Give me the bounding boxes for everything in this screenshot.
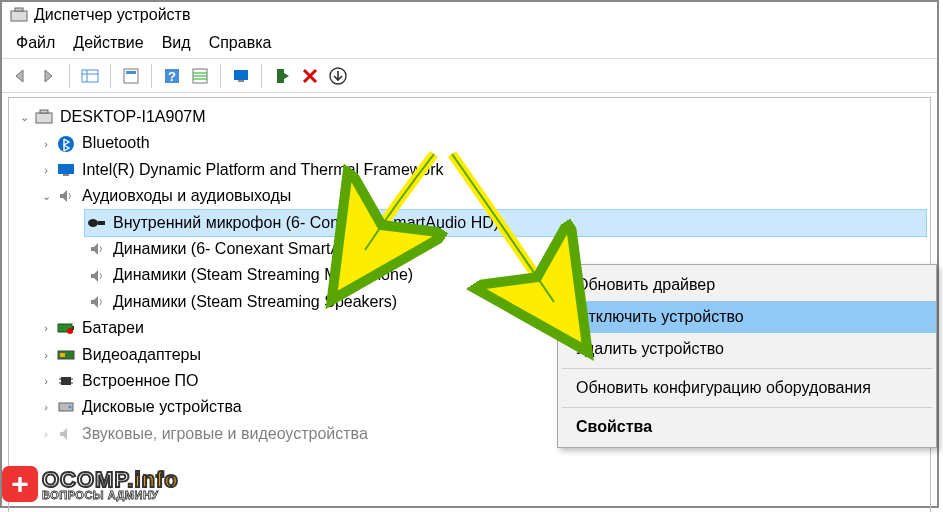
tree-item-label: Дисковые устройства (82, 394, 242, 420)
down-arrow-button[interactable] (325, 63, 351, 89)
cm-item-label: Свойства (576, 418, 652, 435)
help-button[interactable]: ? (159, 63, 185, 89)
tree-item-label: Динамики (Steam Streaming Speakers) (113, 289, 397, 315)
svg-rect-21 (63, 174, 69, 176)
toolbar-sep (220, 64, 221, 88)
svg-rect-1 (15, 8, 23, 11)
svg-rect-13 (234, 70, 248, 80)
toolbar: ? (2, 59, 937, 93)
menubar: Файл Действие Вид Справка (2, 28, 937, 59)
tree-item-internal-mic[interactable]: Внутренний микрофон (6- Conexant SmartAu… (85, 210, 926, 236)
expand-icon[interactable]: › (39, 348, 53, 362)
expand-icon[interactable]: › (39, 427, 53, 441)
svg-text:?: ? (168, 69, 176, 84)
svg-rect-14 (238, 80, 244, 82)
properties-button[interactable] (118, 63, 144, 89)
tree-item-label: Звуковые, игровые и видеоустройства (82, 421, 368, 447)
svg-rect-29 (61, 377, 71, 385)
tree-item-speakers-conexant[interactable]: Динамики (6- Conexant SmartAudio HD) (85, 236, 926, 262)
expand-icon[interactable]: › (39, 137, 53, 151)
bluetooth-icon (56, 135, 76, 153)
speaker-icon (87, 240, 107, 258)
tree-item-label: Внутренний микрофон (6- Conexant SmartAu… (113, 210, 499, 236)
svg-rect-2 (82, 70, 98, 82)
expand-icon[interactable]: › (39, 163, 53, 177)
disk-icon (56, 398, 76, 416)
cm-properties[interactable]: Свойства (558, 411, 936, 443)
svg-rect-20 (58, 164, 74, 174)
tree-item-label: Динамики (6- Conexant SmartAudio HD) (113, 236, 404, 262)
toolbar-sep (69, 64, 70, 88)
svg-rect-0 (11, 11, 27, 21)
forward-button[interactable] (36, 63, 62, 89)
tree-item-label: Аудиовходы и аудиовыходы (82, 183, 291, 209)
speaker-icon (87, 293, 107, 311)
disable-device-button[interactable] (269, 63, 295, 89)
cm-item-label: Удалить устройство (576, 340, 724, 357)
svg-rect-6 (126, 71, 136, 74)
context-menu-separator (562, 407, 932, 408)
svg-point-26 (67, 328, 73, 334)
battery-icon (56, 319, 76, 337)
tree-item-label: Intel(R) Dynamic Platform and Thermal Fr… (82, 157, 444, 183)
expand-icon[interactable]: › (39, 374, 53, 388)
toolbar-sep (261, 64, 262, 88)
monitor-icon (56, 161, 76, 179)
tree-item-label: Видеоадаптеры (82, 342, 201, 368)
site-watermark: + OCOMP.info ВОПРОСЫ АДМИНУ (2, 466, 179, 502)
menu-view[interactable]: Вид (162, 34, 191, 52)
svg-rect-18 (40, 110, 48, 113)
sound-icon (56, 425, 76, 443)
toolbar-sep (110, 64, 111, 88)
cm-item-label: Обновить конфигурацию оборудования (576, 379, 871, 396)
expand-icon[interactable]: › (39, 321, 53, 335)
computer-icon (34, 108, 54, 126)
app-icon (10, 7, 28, 23)
cm-item-label: Обновить драйвер (576, 276, 715, 293)
plus-icon: + (2, 466, 38, 502)
tree-item-intel-dptf[interactable]: › Intel(R) Dynamic Platform and Thermal … (13, 157, 926, 183)
toolbar-sep (151, 64, 152, 88)
cm-update-driver[interactable]: Обновить драйвер (558, 269, 936, 301)
speaker-icon (87, 267, 107, 285)
tree-item-bluetooth[interactable]: › Bluetooth (13, 130, 926, 156)
menu-action[interactable]: Действие (73, 34, 143, 52)
show-hidden-button[interactable] (77, 63, 103, 89)
svg-point-22 (88, 219, 98, 227)
expand-icon[interactable]: ⌄ (39, 189, 53, 203)
context-menu: Обновить драйвер Отключить устройство Уд… (557, 264, 937, 448)
chip-icon (56, 372, 76, 390)
titlebar: Диспетчер устройств (2, 2, 937, 28)
svg-rect-15 (277, 69, 284, 83)
tree-item-label: Динамики (Steam Streaming Microphone) (113, 262, 413, 288)
expand-icon[interactable]: › (39, 400, 53, 414)
tree-item-label: Батареи (82, 315, 144, 341)
uninstall-device-button[interactable] (297, 63, 323, 89)
tree-item-label: Bluetooth (82, 130, 150, 156)
tree-item-audio-io[interactable]: ⌄ Аудиовходы и аудиовыходы (13, 183, 926, 209)
watermark-tagline: ВОПРОСЫ АДМИНУ (42, 489, 179, 501)
speaker-icon (56, 187, 76, 205)
cm-scan-hardware[interactable]: Обновить конфигурацию оборудования (558, 372, 936, 404)
tree-root-label: DESKTOP-I1A907M (60, 104, 206, 130)
cm-uninstall-device[interactable]: Удалить устройство (558, 333, 936, 365)
svg-rect-28 (60, 353, 65, 357)
tree-item-label: Встроенное ПО (82, 368, 199, 394)
svg-point-35 (69, 406, 72, 409)
cm-item-label: Отключить устройство (576, 308, 744, 325)
menu-help[interactable]: Справка (209, 34, 272, 52)
scan-hardware-button[interactable] (187, 63, 213, 89)
back-button[interactable] (8, 63, 34, 89)
svg-rect-17 (36, 113, 52, 123)
svg-rect-23 (98, 221, 105, 225)
expand-icon[interactable]: ⌄ (17, 110, 31, 124)
context-menu-separator (562, 368, 932, 369)
device-manager-window: Диспетчер устройств Файл Действие Вид Сп… (0, 0, 939, 508)
tree-root[interactable]: ⌄ DESKTOP-I1A907M (13, 104, 926, 130)
update-driver-button[interactable] (228, 63, 254, 89)
gpu-icon (56, 346, 76, 364)
menu-file[interactable]: Файл (16, 34, 55, 52)
mic-icon (87, 214, 107, 232)
window-title: Диспетчер устройств (34, 6, 190, 24)
cm-disable-device[interactable]: Отключить устройство (558, 301, 936, 333)
